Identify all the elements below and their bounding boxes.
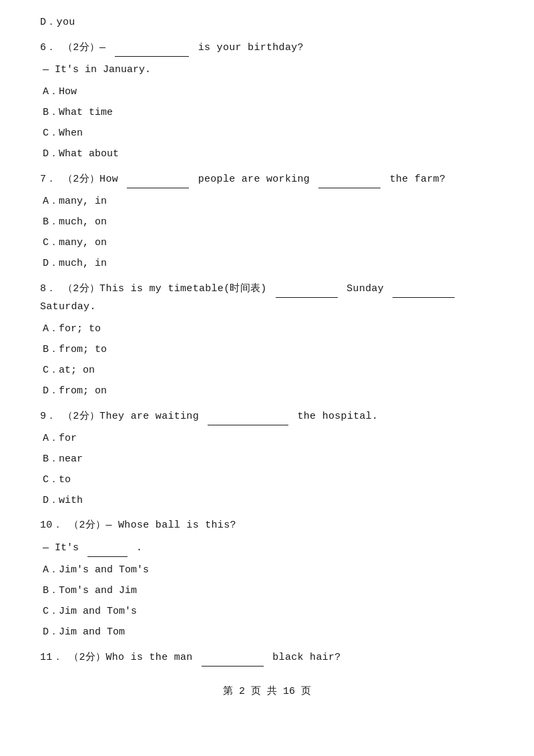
q7-option-b: B．much, on	[40, 213, 494, 231]
q7-option-c: C．many, on	[40, 234, 494, 252]
q6-points: （2分）—	[63, 42, 106, 53]
q7-option-d: D．much, in	[40, 254, 494, 272]
q8-option-a: A．for; to	[40, 320, 494, 338]
question-6: 6． （2分）— is your birthday?	[40, 38, 494, 57]
q10-answer: — It's .	[40, 538, 494, 557]
q6-answer: — It's in January.	[40, 61, 494, 79]
q7-points: （2分）How	[63, 174, 118, 185]
q7-text2: the farm?	[390, 174, 446, 185]
q8-option-b: B．from; to	[40, 341, 494, 359]
d-option-q5: D．you	[40, 13, 494, 31]
q9-blank	[208, 407, 288, 425]
q8-option-c: C．at; on	[40, 361, 494, 379]
q7-label: 7．	[40, 174, 57, 185]
q8-text2: Saturday.	[40, 301, 96, 313]
q6-option-a: A．How	[40, 83, 494, 101]
q10-blank	[87, 538, 127, 557]
q9-option-d: D．with	[40, 492, 494, 510]
q11-blank	[202, 648, 264, 667]
q8-blank2	[392, 279, 455, 298]
q9-label: 9．	[40, 411, 57, 422]
q8-text: Sunday	[346, 283, 384, 295]
q10-label: 10．	[40, 520, 63, 531]
q7-blank1	[127, 170, 189, 188]
q9-option-b: B．near	[40, 450, 494, 468]
question-10: 10． （2分）— Whose ball is this?	[40, 516, 494, 534]
q10-option-b: B．Tom's and Jim	[40, 582, 494, 600]
q10-answer-line1: — It's	[43, 542, 79, 554]
q10-option-a: A．Jim's and Tom's	[40, 561, 494, 579]
q6-blank	[115, 38, 190, 57]
question-8: 8． （2分）This is my timetable(时间表) Sunday …	[40, 279, 494, 316]
q11-label: 11．	[40, 652, 63, 663]
q10-option-d: D．Jim and Tom	[40, 623, 494, 641]
q6-label: 6．	[40, 42, 57, 53]
q9-option-c: C．to	[40, 471, 494, 489]
q6-option-d: D．What about	[40, 145, 494, 163]
page-footer: 第 2 页 共 16 页	[40, 683, 494, 701]
q7-text: people are working	[198, 174, 310, 185]
q10-option-c: C．Jim and Tom's	[40, 602, 494, 620]
q9-text: the hospital.	[298, 411, 378, 422]
q10-points: （2分）— Whose ball is this?	[69, 520, 236, 531]
q7-blank2	[318, 170, 380, 188]
q7-option-a: A．many, in	[40, 192, 494, 210]
q6-option-b: B．What time	[40, 104, 494, 122]
q8-blank1	[276, 279, 338, 298]
question-9: 9． （2分）They are waiting the hospital.	[40, 407, 494, 425]
q11-text: black hair?	[272, 652, 340, 663]
question-7: 7． （2分）How people are working the farm?	[40, 170, 494, 188]
q6-text: is your birthday?	[198, 42, 304, 53]
question-11: 11． （2分）Who is the man black hair?	[40, 648, 494, 667]
q8-points: （2分）This is my timetable(时间表)	[63, 283, 267, 295]
q10-answer-end: .	[136, 542, 142, 554]
q11-points: （2分）Who is the man	[69, 652, 192, 663]
q6-option-c: C．When	[40, 124, 494, 142]
q8-label: 8．	[40, 283, 57, 295]
q9-points: （2分）They are waiting	[63, 411, 199, 422]
q9-option-a: A．for	[40, 429, 494, 447]
q8-option-d: D．from; on	[40, 382, 494, 400]
